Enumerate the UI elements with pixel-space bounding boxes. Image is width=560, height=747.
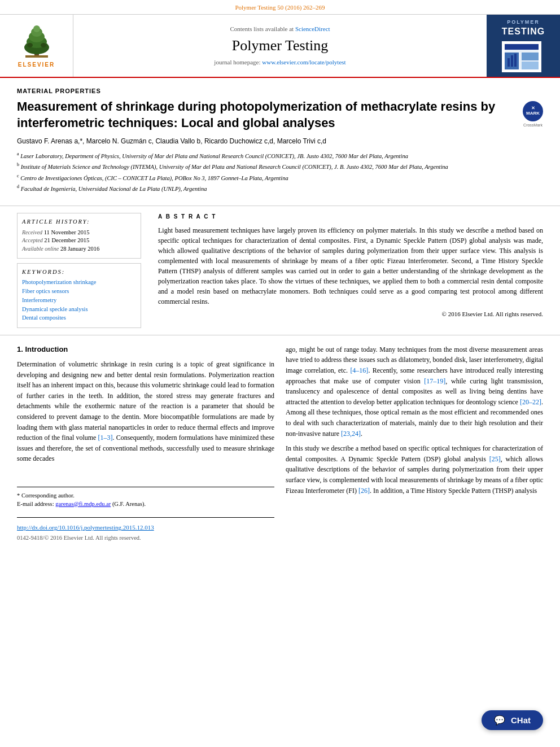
journal-badge-area: POLYMER TESTING: [487, 15, 560, 76]
affiliations-list: a Laser Laboratory, Department of Physic…: [17, 151, 543, 193]
bottom-links-area: http://dx.doi.org/10.1016/j.polymertesti…: [17, 517, 274, 542]
svg-point-8: [27, 43, 33, 47]
elsevier-wordmark: ELSEVIER: [18, 61, 55, 69]
journal-name: Polymer Testing: [232, 36, 328, 56]
article-info-title: Article history:: [22, 218, 136, 226]
ref-26[interactable]: [26]: [358, 487, 370, 495]
doi-link-area: http://dx.doi.org/10.1016/j.polymertesti…: [17, 522, 274, 532]
badge-image: [502, 41, 541, 72]
svg-rect-12: [505, 44, 539, 50]
crossmark-label: CrossMark: [523, 123, 542, 128]
section1-para2: ago, might be out of range today. Many t…: [286, 344, 543, 439]
section1-para1: Determination of volumetric shrinkage in…: [17, 359, 274, 464]
sciencedirect-link: Contents lists available at ScienceDirec…: [230, 25, 330, 33]
ref-1-3[interactable]: [1–3]: [98, 434, 113, 442]
journal-header: ELSEVIER Contents lists available at Sci…: [0, 15, 560, 77]
chat-icon: 💬: [494, 715, 505, 726]
ref-23-24[interactable]: [23,24]: [341, 430, 361, 438]
ref-17-19[interactable]: [17–19]: [424, 377, 445, 385]
keyword-3: Interferometry: [22, 296, 136, 305]
keyword-5: Dental composites: [22, 314, 136, 322]
abstract-section: A B S T R A C T Light based measurement …: [158, 213, 543, 328]
keyword-1: Photopolymerization shrinkage: [22, 278, 136, 287]
abstract-text: Light based measurement techniques have …: [158, 225, 543, 307]
sciencedirect-anchor[interactable]: ScienceDirect: [295, 25, 330, 32]
svg-rect-16: [508, 58, 510, 67]
badge-main-text: TESTING: [502, 26, 545, 38]
affiliation-c: c Centro de Investigaciones Ópticas, (CI…: [17, 173, 543, 182]
email-note: E-mail address: garenas@fi.mdp.edu.ar (G…: [17, 500, 274, 509]
svg-rect-15: [522, 62, 539, 69]
elsevier-logo-area: ELSEVIER: [0, 15, 73, 76]
keyword-2: Fiber optics sensors: [22, 287, 136, 296]
badge-top-text: POLYMER: [502, 19, 545, 26]
svg-rect-14: [522, 53, 539, 60]
journal-badge: POLYMER TESTING: [502, 19, 545, 72]
section1-para3: In this study we describe a method based…: [286, 443, 543, 496]
ref-25[interactable]: [25]: [489, 455, 501, 463]
article-info-panel: Article history: Received 11 November 20…: [17, 213, 141, 328]
corresponding-note: * Corresponding author.: [17, 492, 274, 500]
svg-rect-18: [514, 54, 517, 67]
journal-homepage-link: journal homepage: www.elsevier.com/locat…: [214, 58, 345, 67]
keywords-box: Keywords: Photopolymerization shrinkage …: [17, 263, 141, 328]
article-meta-section: Article history: Received 11 November 20…: [0, 206, 560, 335]
body-right-column: ago, might be out of range today. Many t…: [286, 344, 543, 542]
body-left-column: 1. Introduction Determination of volumet…: [17, 344, 274, 542]
email-link[interactable]: garenas@fi.mdp.edu.ar: [55, 501, 111, 507]
affiliation-d: d Facultad de Ingeniería, Universidad Na…: [17, 184, 543, 193]
abstract-title: A B S T R A C T: [158, 213, 543, 221]
article-section-tag: Material Properties: [17, 87, 543, 95]
ref-4-16[interactable]: [4–16]: [350, 366, 368, 374]
received-info: Received 11 November 2015: [22, 229, 136, 237]
article-header-section: Material Properties ✕MARK CrossMark Meas…: [0, 78, 560, 206]
homepage-anchor[interactable]: www.elsevier.com/locate/polytest: [262, 59, 345, 65]
journal-citation: Polymer Testing 50 (2016) 262–269: [0, 0, 560, 15]
copyright-line: © 2016 Elsevier Ltd. All rights reserved…: [158, 310, 543, 318]
crossmark-circle: ✕MARK: [523, 101, 543, 121]
affiliation-a: a Laser Laboratory, Department of Physic…: [17, 151, 543, 160]
article-title: Measurement of shrinkage during photopol…: [17, 99, 543, 131]
authors-list: Gustavo F. Arenas a,*, Marcelo N. Guzmán…: [17, 137, 543, 146]
article-history-box: Article history: Received 11 November 20…: [17, 213, 141, 259]
footnote-area: * Corresponding author. E-mail address: …: [17, 487, 274, 508]
keyword-4: Dynamical speckle analysis: [22, 305, 136, 314]
chat-button[interactable]: 💬 CHat: [482, 710, 543, 730]
keywords-title: Keywords:: [22, 268, 136, 277]
elsevier-tree-image: [14, 23, 59, 59]
affiliation-b: b Institute of Materials Science and Tec…: [17, 161, 543, 171]
doi-link[interactable]: http://dx.doi.org/10.1016/j.polymertesti…: [17, 524, 154, 531]
section1-heading: 1. Introduction: [17, 344, 274, 355]
ref-20-22[interactable]: [20–22]: [520, 398, 541, 406]
svg-point-9: [41, 43, 46, 47]
citation-text: Polymer Testing 50 (2016) 262–269: [235, 4, 325, 11]
crossmark-badge[interactable]: ✕MARK CrossMark: [523, 101, 543, 128]
accepted-info: Accepted 21 December 2015: [22, 237, 136, 245]
svg-point-7: [33, 25, 40, 32]
svg-rect-17: [511, 55, 513, 67]
online-info: Available online 28 January 2016: [22, 245, 136, 254]
elsevier-branding: ELSEVIER: [14, 23, 59, 69]
article-body: 1. Introduction Determination of volumet…: [0, 335, 560, 551]
issn-text: 0142-9418/© 2016 Elsevier Ltd. All right…: [17, 534, 274, 543]
svg-rect-2: [25, 55, 48, 58]
journal-title-area: Contents lists available at ScienceDirec…: [73, 15, 487, 76]
